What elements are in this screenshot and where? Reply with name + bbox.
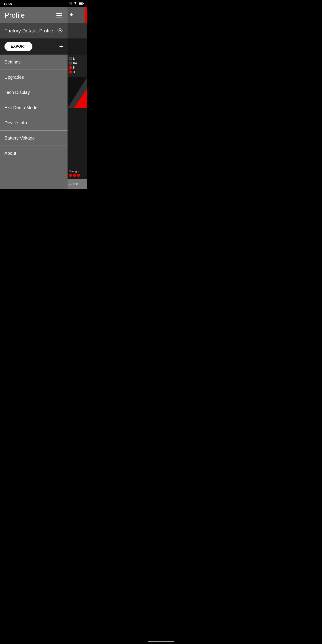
page-title: Profile <box>4 11 25 20</box>
radar-label-L: L <box>69 57 86 60</box>
app-header: Profile <box>0 7 68 23</box>
menu-item-battery-voltage[interactable]: Battery Voltage <box>0 130 68 146</box>
status-time: 10:09 <box>4 2 12 6</box>
add-button[interactable]: + <box>59 43 63 50</box>
right-export-row <box>68 38 87 54</box>
svg-rect-2 <box>83 3 84 4</box>
dot-Ka <box>69 62 72 64</box>
strength-dot-1 <box>69 174 72 177</box>
strength-section: Strength <box>68 168 87 179</box>
page-wrapper: 10:09 📳 Profile <box>0 0 87 189</box>
right-profile-row <box>68 23 87 38</box>
profile-name: Factory Default Profile <box>4 28 53 34</box>
triangle-visual <box>68 77 87 108</box>
radar-labels: L Ka K X <box>68 54 87 77</box>
red-accent-bar <box>84 7 87 23</box>
profile-section: Factory Default Profile <box>0 23 68 38</box>
menu-button[interactable] <box>56 12 63 18</box>
menu-item-exit-demo[interactable]: Exit Demo Mode <box>0 100 68 116</box>
right-middle-blank <box>68 108 87 168</box>
menu-item-device-info[interactable]: Device Info <box>0 116 68 130</box>
right-panel-header <box>68 7 87 23</box>
wifi-icon <box>73 2 77 6</box>
menu-item-tech-display[interactable]: Tech Display <box>0 85 68 100</box>
menu-item-about[interactable]: About <box>0 146 68 161</box>
dot-L <box>69 57 72 60</box>
strength-label: Strength <box>69 170 86 173</box>
radar-label-K: K <box>69 66 86 69</box>
right-panel: L Ka K X Strength <box>68 7 87 189</box>
battery-icon <box>79 2 84 5</box>
add-k-button[interactable]: Add K <box>68 179 87 189</box>
menu-list: Settings Upgrades Tech Display Exit Demo… <box>0 54 68 161</box>
main-content: Profile Factory Default Profile <box>0 7 68 161</box>
strength-dot-2 <box>73 174 76 177</box>
menu-item-upgrades[interactable]: Upgrades <box>0 70 68 85</box>
hamburger-line-3 <box>56 17 62 18</box>
eye-icon[interactable] <box>57 28 63 34</box>
strength-dots <box>69 174 86 177</box>
strength-dot-3 <box>77 174 80 177</box>
status-bar: 10:09 📳 <box>0 0 87 7</box>
export-row: EXPORT + <box>0 38 68 54</box>
menu-item-settings[interactable]: Settings <box>0 54 68 70</box>
radar-label-Ka: Ka <box>69 61 86 65</box>
dot-K <box>69 66 72 69</box>
dot-X <box>69 70 72 74</box>
export-button[interactable]: EXPORT <box>4 42 32 51</box>
hamburger-line-2 <box>56 15 62 16</box>
status-icons: 📳 <box>68 2 84 6</box>
red-triangle <box>74 88 87 108</box>
profile-actions <box>57 28 63 34</box>
radar-label-X: X <box>69 70 86 74</box>
hamburger-line-1 <box>56 13 62 14</box>
svg-rect-1 <box>79 2 82 4</box>
speaker-icon <box>69 12 74 18</box>
svg-point-4 <box>60 30 60 31</box>
vibrate-icon: 📳 <box>68 2 72 5</box>
